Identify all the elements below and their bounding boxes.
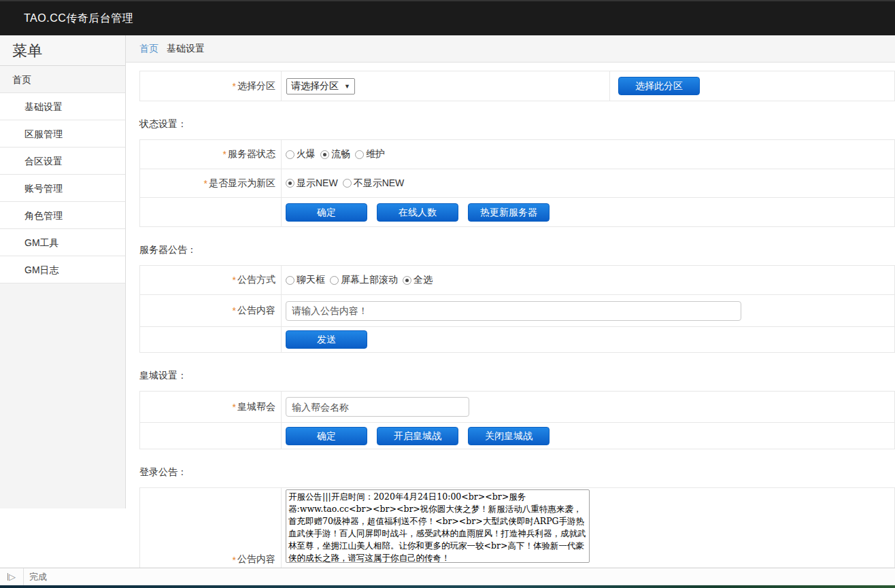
main-content: * 选择分区 请选择分区 ▼ 选择此分区 状态设置： * 服务器状态 [126, 63, 895, 568]
empty-label-cell [140, 198, 282, 226]
send-button[interactable]: 发送 [286, 330, 367, 349]
field-label-server-status: * 服务器状态 [140, 140, 282, 169]
field-label: 公告方式 [237, 274, 275, 286]
announce-table: * 公告方式 聊天框 屏幕上部滚动 全选 * [139, 265, 895, 353]
required-asterisk: * [233, 555, 236, 566]
field-label: 是否显示为新区 [209, 177, 275, 190]
status-icon-glyph: ▷ [9, 572, 16, 582]
partition-table: * 选择分区 请选择分区 ▼ 选择此分区 [139, 71, 895, 101]
online-count-button[interactable]: 在线人数 [377, 203, 458, 222]
radio-label: 全选 [413, 274, 433, 286]
open-royal-war-button[interactable]: 开启皇城战 [377, 427, 458, 445]
sidebar-item-merge-settings[interactable]: 合区设置 [0, 148, 125, 175]
required-asterisk: * [233, 402, 236, 413]
sidebar-item-basic-settings[interactable]: 基础设置 [0, 93, 125, 120]
royal-guild-field [282, 397, 894, 417]
form-row-announce-content: * 公告内容 [140, 294, 894, 326]
desktop-background-strip [0, 585, 895, 588]
radio-checked-icon [403, 276, 411, 285]
form-row-show-new: * 是否显示为新区 显示NEW 不显示NEW [140, 169, 894, 197]
breadcrumb: 首页 基础设置 [126, 35, 895, 63]
field-label-announce-method: * 公告方式 [140, 266, 282, 294]
form-row-status-buttons: 确定 在线人数 热更新服务器 [140, 197, 894, 226]
section-title-status: 状态设置： [139, 118, 895, 130]
browser-status-bar: ▷ 完成 [0, 568, 895, 585]
radio-option-hide-new[interactable]: 不显示NEW [343, 177, 405, 190]
required-asterisk: * [204, 178, 207, 189]
confirm-button[interactable]: 确定 [286, 203, 367, 222]
radio-label: 火爆 [297, 148, 316, 160]
top-bar: TAO.CC传奇后台管理 [0, 0, 895, 35]
field-label: 公告内容 [237, 305, 275, 317]
royal-table: * 皇城帮会 确定 开启皇城战 关闭皇城战 [139, 391, 895, 449]
select-value: 请选择分区 [291, 80, 339, 92]
radio-icon [286, 150, 294, 159]
required-asterisk: * [233, 305, 236, 316]
field-label-royal-guild: * 皇城帮会 [140, 392, 282, 422]
section-title-login: 登录公告： [139, 466, 895, 478]
radio-option-hot[interactable]: 火爆 [286, 148, 316, 160]
breadcrumb-current: 基础设置 [167, 43, 205, 55]
sidebar-item-gm-tools[interactable]: GM工具 [0, 229, 125, 256]
hot-update-button[interactable]: 热更新服务器 [468, 203, 550, 222]
radio-label: 流畅 [331, 148, 350, 160]
royal-guild-input[interactable] [286, 397, 469, 417]
login-content-field: 开服公告|||开启时间：2020年4月24日10:00<br><br>服务器:w… [282, 488, 894, 563]
breadcrumb-home-link[interactable]: 首页 [139, 43, 158, 55]
field-label-show-new: * 是否显示为新区 [140, 169, 282, 197]
status-table: * 服务器状态 火爆 流畅 维护 * 是否 [139, 139, 895, 227]
form-row-announce-send: 发送 [140, 326, 894, 352]
server-status-options: 火爆 流畅 维护 [282, 148, 894, 160]
partition-field: 请选择分区 ▼ [282, 78, 609, 94]
form-row-announce-method: * 公告方式 聊天框 屏幕上部滚动 全选 [140, 266, 894, 294]
sidebar-item-server-management[interactable]: 区服管理 [0, 120, 125, 148]
empty-label-cell [140, 423, 282, 449]
royal-confirm-button[interactable]: 确定 [286, 427, 367, 445]
required-asterisk: * [233, 81, 236, 92]
required-asterisk: * [223, 149, 226, 160]
form-row-royal-guild: * 皇城帮会 [140, 392, 894, 422]
chevron-down-icon: ▼ [344, 83, 350, 90]
form-row-login-content: * 公告内容 开服公告|||开启时间：2020年4月24日10:00<br><b… [140, 488, 894, 568]
sidebar-item-account-management[interactable]: 账号管理 [0, 175, 125, 202]
sidebar-header: 菜单 [0, 35, 125, 66]
radio-option-show-new[interactable]: 显示NEW [286, 177, 338, 190]
announce-content-input[interactable] [286, 301, 741, 321]
partition-select[interactable]: 请选择分区 ▼ [286, 78, 355, 94]
choose-partition-button[interactable]: 选择此分区 [618, 77, 700, 95]
field-label: 服务器状态 [228, 148, 275, 160]
radio-icon [355, 150, 364, 159]
radio-option-select-all[interactable]: 全选 [403, 274, 433, 286]
radio-option-maintenance[interactable]: 维护 [355, 148, 385, 160]
login-announce-textarea[interactable]: 开服公告|||开启时间：2020年4月24日10:00<br><br>服务器:w… [286, 489, 590, 563]
radio-checked-icon [320, 150, 329, 159]
field-label-login-content: * 公告内容 [140, 488, 282, 568]
section-title-announce: 服务器公告： [139, 243, 895, 256]
radio-icon [343, 179, 352, 188]
radio-option-chatbox[interactable]: 聊天框 [286, 274, 325, 286]
radio-option-smooth[interactable]: 流畅 [320, 148, 350, 160]
radio-option-screen-scroll[interactable]: 屏幕上部滚动 [330, 274, 398, 286]
login-table: * 公告内容 开服公告|||开启时间：2020年4月24日10:00<br><b… [139, 487, 895, 568]
close-royal-war-button[interactable]: 关闭皇城战 [468, 427, 550, 445]
royal-buttons: 确定 开启皇城战 关闭皇城战 [282, 427, 894, 445]
status-play-icon: ▷ [0, 568, 24, 585]
radio-label: 显示NEW [297, 177, 338, 190]
empty-label-cell [140, 327, 282, 352]
radio-icon [330, 276, 339, 285]
status-text: 完成 [24, 571, 47, 583]
radio-label: 屏幕上部滚动 [341, 274, 398, 286]
form-row-partition: * 选择分区 请选择分区 ▼ 选择此分区 [140, 71, 894, 101]
sidebar-item-character-management[interactable]: 角色管理 [0, 202, 125, 229]
field-label: 公告内容 [237, 553, 275, 566]
sidebar-item-gm-logs[interactable]: GM日志 [0, 256, 125, 283]
show-new-options: 显示NEW 不显示NEW [282, 177, 894, 190]
sidebar-item-home[interactable]: 首页 [0, 66, 125, 93]
partition-button-cell: 选择此分区 [609, 71, 894, 101]
status-icon-bar [7, 573, 8, 581]
radio-label: 聊天框 [297, 274, 325, 286]
field-label-announce-content: * 公告内容 [140, 295, 282, 326]
radio-label: 维护 [366, 148, 385, 160]
sidebar: 菜单 首页 基础设置 区服管理 合区设置 账号管理 角色管理 GM工具 GM日志 [0, 35, 126, 508]
field-label: 皇城帮会 [237, 401, 275, 413]
